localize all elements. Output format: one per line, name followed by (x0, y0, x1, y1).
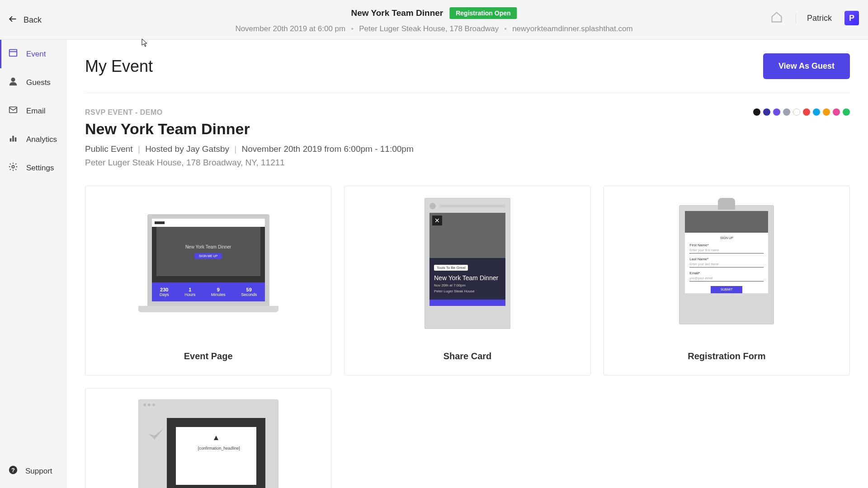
color-swatch[interactable] (833, 108, 840, 116)
registration-status-badge: Registration Open (449, 7, 517, 19)
card-registration-form[interactable]: SIGN UP First Name* Enter your first nam… (604, 186, 850, 375)
mail-icon (8, 105, 18, 117)
hammer-icon: ✕ (432, 216, 442, 225)
topbar-event-title: New York Team Dinner (351, 8, 443, 18)
topbar-right: Patrick P (770, 11, 859, 25)
countdown-segment: 1Hours (184, 287, 195, 297)
card-label: Registration Form (688, 340, 765, 375)
card-thumb: [confirmation_headline] (85, 389, 331, 488)
event-location: Peter Luger Steak House, 178 Broadway, N… (85, 158, 414, 168)
check-icon (145, 422, 168, 445)
page-title: My Event (85, 57, 153, 76)
preview-sub2: Peter Luger Steak House (434, 289, 501, 293)
preview-sub1: Nov 20th at 7:00pm (434, 283, 501, 287)
card-thumb: ✕ Tools To Be Great New York Team Dinner… (344, 186, 590, 340)
color-swatch[interactable] (813, 108, 820, 116)
logo-icon (212, 433, 221, 442)
support-label: Support (25, 467, 52, 476)
sidebar-item-settings[interactable]: Settings (0, 154, 67, 182)
color-swatch[interactable] (843, 108, 850, 116)
sidebar-item-event[interactable]: Event (0, 40, 67, 68)
topbar-center: New York Team Dinner Registration Open N… (235, 7, 632, 33)
color-swatch[interactable] (803, 108, 810, 116)
preview-cta: SIGN ME UP (194, 253, 222, 259)
avatar[interactable]: P (844, 11, 859, 25)
preview-email-label: Email* (689, 271, 764, 275)
color-swatch[interactable] (753, 108, 760, 116)
user-icon (8, 76, 18, 89)
topbar-url: newyorkteamdinner.splashthat.com (512, 24, 632, 33)
regform-preview: SIGN UP First Name* Enter your first nam… (679, 198, 774, 329)
svg-text:?: ? (11, 467, 15, 474)
event-category: RSVP EVENT - DEMO (85, 108, 414, 117)
support-button[interactable]: ? Support (8, 465, 52, 477)
sidebar-item-email[interactable]: Email (0, 97, 67, 125)
event-visibility: Public Event (85, 144, 133, 154)
sharecard-preview: ✕ Tools To Be Great New York Team Dinner… (425, 198, 510, 329)
card-share-card[interactable]: ✕ Tools To Be Great New York Team Dinner… (344, 186, 590, 375)
color-palette (753, 108, 850, 116)
preview-form-title: SIGN UP (689, 236, 764, 239)
event-title: New York Team Dinner (85, 120, 414, 138)
card-thumb: New York Team Dinner SIGN ME UP 230Days1… (85, 186, 331, 340)
svg-rect-5 (10, 138, 12, 141)
preview-first-name-field: Enter your first name (689, 247, 764, 253)
arrow-left-icon (8, 14, 17, 26)
color-swatch[interactable] (763, 108, 770, 116)
color-swatch[interactable] (773, 108, 780, 116)
preview-last-name-label: Last Name* (689, 257, 764, 261)
preview-title: New York Team Dinner (185, 244, 231, 249)
sidebar-item-guests[interactable]: Guests (0, 68, 67, 97)
event-host: Hosted by Jay Gatsby (145, 144, 229, 154)
main-content: My Event View As Guest RSVP EVENT - DEMO… (67, 40, 868, 488)
card-event-page[interactable]: New York Team Dinner SIGN ME UP 230Days1… (85, 186, 331, 375)
confirmation-preview: [confirmation_headline] (138, 399, 278, 488)
view-as-guest-button[interactable]: View As Guest (763, 53, 850, 79)
sidebar-item-label: Analytics (26, 135, 57, 144)
svg-rect-7 (15, 137, 17, 141)
preview-submit: SUBMIT (711, 286, 742, 293)
sidebar-item-label: Settings (26, 164, 54, 173)
svg-point-8 (12, 165, 14, 168)
card-thumb: SIGN UP First Name* Enter your first nam… (604, 186, 849, 340)
sidebar-item-analytics[interactable]: Analytics (0, 125, 67, 154)
window-icon (8, 48, 18, 60)
bar-chart-icon (8, 133, 18, 145)
countdown-segment: 230Days (160, 287, 169, 297)
sidebar: Event Guests Email Analytics Settings ? … (0, 40, 67, 488)
preview-email-field: you@your-email (689, 275, 764, 282)
home-icon[interactable] (770, 11, 783, 25)
separator-dot: • (504, 24, 507, 33)
help-icon: ? (8, 465, 18, 477)
back-label: Back (24, 15, 42, 25)
color-swatch[interactable] (783, 108, 790, 116)
topbar: Back New York Team Dinner Registration O… (0, 0, 868, 40)
preview-last-name-field: Enter your last name (689, 261, 764, 267)
preview-confirm-headline: [confirmation_headline] (198, 446, 234, 450)
card-confirmation[interactable]: [confirmation_headline] (85, 388, 331, 488)
event-meta-line-1: Public Event | Hosted by Jay Gatsby | No… (85, 144, 414, 154)
event-datetime: November 20th 2019 from 6:00pm - 11:00pm (242, 144, 414, 154)
svg-point-3 (11, 78, 15, 82)
sidebar-item-label: Guests (26, 78, 51, 87)
preview-first-name-label: First Name* (689, 243, 764, 247)
card-label: Event Page (184, 340, 233, 375)
countdown-segment: 9Minutes (211, 287, 226, 297)
sidebar-item-label: Event (26, 50, 46, 59)
back-button[interactable]: Back (8, 14, 42, 26)
topbar-venue: Peter Luger Steak House, 178 Broadway (359, 24, 499, 33)
card-label: Share Card (443, 340, 492, 375)
separator-dot: • (351, 24, 354, 33)
color-swatch[interactable] (823, 108, 830, 116)
countdown-segment: 59Seconds (241, 287, 257, 297)
svg-rect-6 (12, 136, 14, 142)
username[interactable]: Patrick (796, 14, 832, 23)
gear-icon (8, 162, 18, 174)
sidebar-item-label: Email (26, 107, 46, 116)
svg-rect-1 (9, 50, 17, 56)
color-swatch[interactable] (793, 108, 800, 116)
preview-title: New York Team Dinner (434, 274, 501, 282)
event-meta-block: RSVP EVENT - DEMO New York Team Dinner P… (85, 108, 414, 168)
topbar-datetime: November 20th 2019 at 6:00 pm (235, 24, 345, 33)
laptop-preview: New York Team Dinner SIGN ME UP 230Days1… (138, 214, 278, 312)
